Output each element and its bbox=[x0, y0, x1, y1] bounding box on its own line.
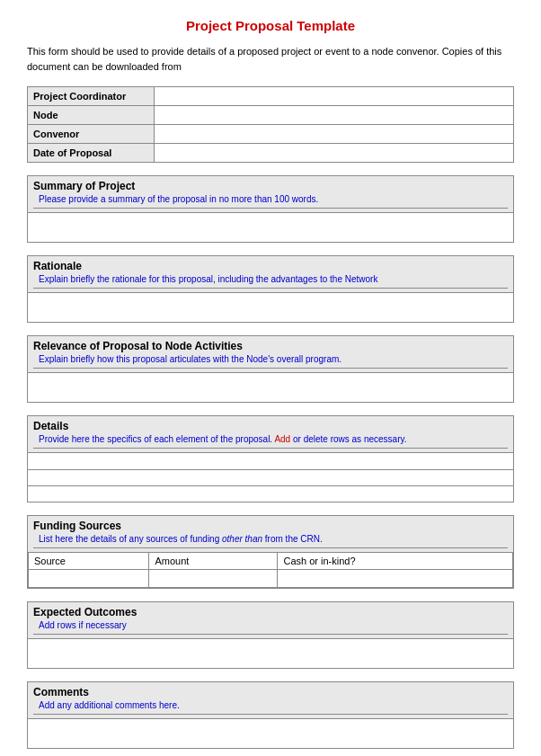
outcomes-section: Expected Outcomes Add rows if necessary bbox=[27, 601, 514, 669]
convenor-value[interactable] bbox=[154, 125, 513, 144]
rationale-title: Rationale Explain briefly the rationale … bbox=[28, 256, 513, 293]
outcomes-title: Expected Outcomes Add rows if necessary bbox=[28, 602, 513, 639]
summary-title: Summary of Project Please provide a summ… bbox=[28, 176, 513, 213]
rationale-section: Rationale Explain briefly the rationale … bbox=[27, 255, 514, 323]
outcomes-subtext: Add rows if necessary bbox=[33, 618, 508, 635]
rationale-subtext: Explain briefly the rationale for this p… bbox=[33, 272, 508, 289]
info-table: Project Coordinator Node Convenor Date o… bbox=[28, 87, 513, 162]
table-row: Node bbox=[28, 106, 513, 125]
table-row: Date of Proposal bbox=[28, 144, 513, 163]
node-label: Node bbox=[28, 106, 154, 125]
project-coordinator-value[interactable] bbox=[154, 87, 513, 106]
table-row: Convenor bbox=[28, 125, 513, 144]
date-of-proposal-label: Date of Proposal bbox=[28, 144, 154, 163]
table-row bbox=[29, 570, 513, 588]
page-title: Project Proposal Template bbox=[27, 18, 514, 33]
funding-source-cell[interactable] bbox=[29, 570, 149, 588]
intro-text: This form should be used to provide deta… bbox=[27, 44, 514, 74]
summary-subtext: Please provide a summary of the proposal… bbox=[33, 192, 508, 209]
table-row: Project Coordinator bbox=[28, 87, 513, 106]
comments-title: Comments Add any additional comments her… bbox=[28, 682, 513, 719]
funding-subtext: List here the details of any sources of … bbox=[33, 532, 508, 548]
outcomes-input-area[interactable] bbox=[28, 639, 513, 668]
table-row bbox=[28, 485, 513, 502]
details-row-1[interactable] bbox=[28, 453, 513, 469]
table-row bbox=[28, 469, 513, 485]
details-subtext: Provide here the specifics of each eleme… bbox=[33, 432, 508, 449]
funding-table: Source Amount Cash or in-kind? bbox=[28, 553, 513, 588]
convenor-label: Convenor bbox=[28, 125, 154, 144]
funding-section: Funding Sources List here the details of… bbox=[27, 515, 514, 589]
relevance-subtext: Explain briefly how this proposal articu… bbox=[33, 352, 508, 369]
comments-input-area[interactable] bbox=[28, 719, 513, 748]
details-table bbox=[28, 453, 513, 502]
funding-header-row: Source Amount Cash or in-kind? bbox=[29, 553, 513, 570]
details-section: Details Provide here the specifics of ea… bbox=[27, 415, 514, 503]
relevance-title: Relevance of Proposal to Node Activities… bbox=[28, 336, 513, 373]
rationale-input-area[interactable] bbox=[28, 293, 513, 322]
summary-input-area[interactable] bbox=[28, 213, 513, 242]
comments-section: Comments Add any additional comments her… bbox=[27, 681, 514, 749]
relevance-section: Relevance of Proposal to Node Activities… bbox=[27, 335, 514, 403]
date-of-proposal-value[interactable] bbox=[154, 144, 513, 163]
funding-title: Funding Sources List here the details of… bbox=[28, 516, 513, 553]
relevance-input-area[interactable] bbox=[28, 373, 513, 402]
funding-amount-cell[interactable] bbox=[149, 570, 278, 588]
funding-col-cash: Cash or in-kind? bbox=[278, 553, 513, 570]
table-row bbox=[28, 453, 513, 469]
details-row-3[interactable] bbox=[28, 485, 513, 502]
details-row-2[interactable] bbox=[28, 469, 513, 485]
project-coordinator-label: Project Coordinator bbox=[28, 87, 154, 106]
node-value[interactable] bbox=[154, 106, 513, 125]
comments-subtext: Add any additional comments here. bbox=[33, 698, 508, 715]
details-title: Details Provide here the specifics of ea… bbox=[28, 416, 513, 453]
funding-col-source: Source bbox=[29, 553, 149, 570]
summary-section: Summary of Project Please provide a summ… bbox=[27, 175, 514, 243]
funding-cash-cell[interactable] bbox=[278, 570, 513, 588]
info-section: Project Coordinator Node Convenor Date o… bbox=[27, 86, 514, 163]
funding-col-amount: Amount bbox=[149, 553, 278, 570]
